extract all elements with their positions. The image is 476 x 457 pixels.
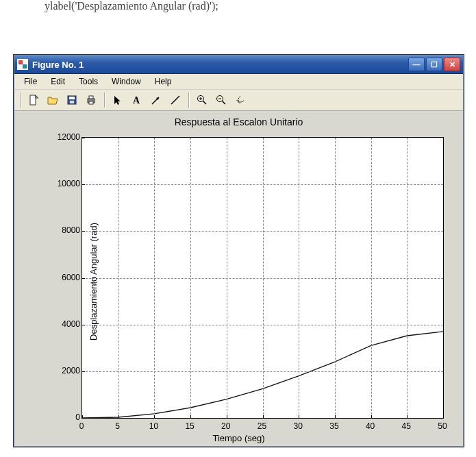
rotate-3d-icon	[235, 95, 246, 106]
pointer-icon	[112, 95, 123, 106]
y-tick-label: 2000	[54, 366, 80, 375]
minimize-button[interactable]: —	[408, 58, 425, 71]
menu-edit[interactable]: Edit	[44, 75, 72, 88]
svg-rect-2	[69, 97, 75, 99]
y-tick-label: 8000	[54, 225, 80, 235]
grid-line-horizontal	[82, 231, 443, 232]
menu-window[interactable]: Window	[105, 75, 148, 88]
line-tool-button[interactable]	[166, 92, 184, 108]
x-axis-label: Tiempo (seg)	[20, 433, 458, 443]
y-tick-mark	[82, 325, 85, 325]
rotate-3d-button[interactable]	[231, 92, 249, 108]
close-button[interactable]: ✕	[444, 58, 460, 71]
maximize-button[interactable]: ☐	[426, 58, 442, 71]
x-tick-label: 15	[185, 421, 194, 431]
svg-line-11	[203, 101, 207, 105]
x-tick-mark	[263, 415, 264, 419]
toolbar-separator	[104, 92, 105, 108]
grid-line-horizontal	[82, 371, 443, 372]
arrow-icon	[151, 95, 162, 106]
y-tick-mark	[82, 138, 85, 138]
x-tick-label: 25	[258, 421, 266, 431]
y-tick-mark	[82, 278, 85, 279]
text-A-icon: A	[131, 95, 142, 106]
svg-line-15	[223, 101, 226, 105]
y-tick-label: 0	[54, 412, 80, 422]
x-tick-mark	[443, 415, 444, 419]
x-tick-mark	[299, 415, 299, 419]
x-tick-label: 35	[329, 421, 338, 431]
x-tick-mark	[227, 415, 227, 419]
x-tick-mark	[335, 415, 336, 419]
x-tick-label: 40	[366, 421, 375, 431]
y-tick-mark	[82, 184, 85, 185]
svg-text:A: A	[133, 95, 140, 106]
x-tick-label: 45	[402, 421, 411, 431]
toolbar: A	[14, 90, 463, 111]
x-tick-label: 20	[221, 421, 230, 431]
line-icon	[170, 95, 181, 106]
zoom-out-icon	[216, 95, 227, 106]
menu-tools[interactable]: Tools	[72, 75, 105, 88]
chart-title: Respuesta al Escalon Unitario	[20, 116, 458, 130]
arrow-tool-button[interactable]	[147, 92, 165, 108]
zoom-in-button[interactable]	[193, 92, 211, 108]
menu-file[interactable]: File	[17, 75, 44, 88]
open-folder-icon	[47, 95, 58, 106]
toolbar-separator	[20, 92, 21, 108]
y-tick-label: 4000	[54, 319, 80, 329]
matlab-figure-icon	[17, 59, 28, 70]
titlebar[interactable]: Figure No. 1 — ☐ ✕	[14, 55, 463, 74]
toolbar-separator	[188, 92, 189, 108]
x-tick-label: 5	[115, 421, 120, 431]
x-tick-mark	[118, 415, 119, 419]
y-tick-label: 12000	[54, 132, 80, 142]
figure-window: Figure No. 1 — ☐ ✕ File Edit Tools Windo…	[14, 55, 464, 447]
svg-rect-5	[89, 96, 93, 99]
x-tick-label: 0	[79, 421, 84, 431]
y-axis-label: Desplazamiento Angular (rad)	[88, 223, 99, 341]
x-tick-mark	[371, 415, 372, 419]
save-button[interactable]	[63, 92, 81, 108]
print-icon	[86, 95, 97, 106]
grid-line-horizontal	[82, 278, 443, 279]
zoom-out-button[interactable]	[212, 92, 230, 108]
menu-help[interactable]: Help	[148, 75, 179, 88]
x-tick-label: 50	[438, 421, 447, 431]
y-tick-label: 6000	[54, 273, 80, 282]
print-button[interactable]	[82, 92, 100, 108]
x-tick-mark	[154, 415, 155, 419]
x-tick-label: 10	[149, 421, 158, 431]
x-tick-mark	[407, 415, 408, 419]
open-button[interactable]	[44, 92, 62, 108]
window-title: Figure No. 1	[32, 60, 408, 70]
code-snippet: ylabel('Desplazamiento Angular (rad)');	[45, 0, 218, 12]
svg-rect-6	[89, 101, 93, 104]
new-file-icon	[28, 95, 39, 106]
x-tick-label: 30	[294, 421, 303, 431]
svg-rect-0	[30, 95, 36, 105]
x-tick-mark	[190, 415, 191, 419]
text-tool-button[interactable]: A	[128, 92, 146, 108]
menu-bar: File Edit Tools Window Help	[14, 74, 463, 90]
svg-rect-3	[70, 101, 74, 103]
y-tick-label: 10000	[54, 179, 80, 188]
y-tick-mark	[82, 371, 85, 372]
grid-line-horizontal	[82, 184, 443, 185]
pointer-button[interactable]	[109, 92, 127, 108]
y-tick-mark	[82, 418, 85, 419]
save-disk-icon	[66, 95, 77, 106]
svg-line-9	[171, 96, 179, 104]
y-tick-mark	[82, 231, 85, 232]
new-file-button[interactable]	[25, 92, 42, 108]
grid-line-horizontal	[82, 325, 443, 325]
plot-area: Respuesta al Escalon Unitario Desplazami…	[14, 111, 463, 446]
zoom-in-icon	[197, 95, 208, 106]
axes-box[interactable]	[82, 137, 444, 419]
